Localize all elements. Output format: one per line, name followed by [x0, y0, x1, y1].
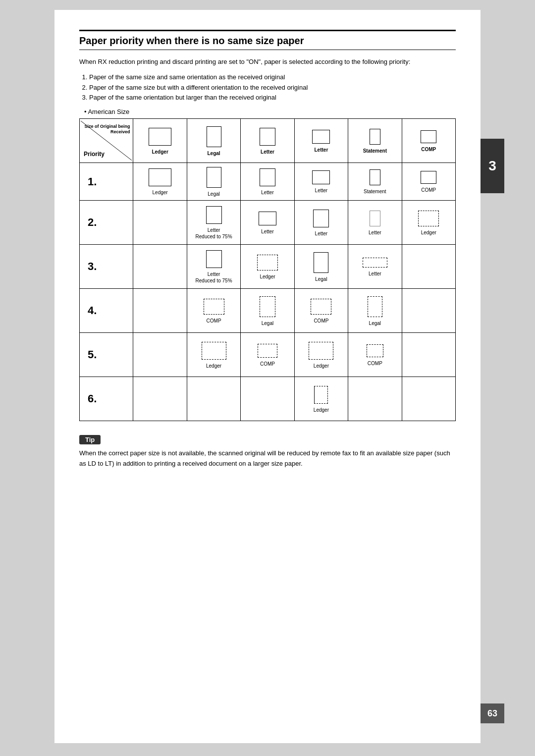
table-row-1: 1. Ledger Legal Letter [80, 163, 456, 201]
list-item-3: Paper of the same orientation but larger… [89, 93, 456, 103]
cell-2-letter2: Letter [294, 201, 348, 245]
cell-2-statement: Letter [348, 201, 402, 245]
cell-5-legal: Ledger [187, 333, 240, 377]
diag-bottom-label: Priority [84, 151, 105, 158]
cell-1-comp: COMP [402, 163, 455, 201]
cell-1-statement: Statement [348, 163, 402, 201]
cell-2-letter1: Letter [241, 201, 294, 245]
page-number: 63 [481, 703, 504, 723]
cell-6-statement [348, 377, 402, 421]
cell-1-letter2: Letter [294, 163, 348, 201]
priority-5: 5. [80, 333, 133, 377]
col-header-statement: Statement [348, 119, 402, 163]
table-row-3: 3. LetterReduced to 75% Ledger [80, 245, 456, 289]
diag-top-label: Size of Original being Received [81, 124, 130, 135]
priority-4: 4. [80, 289, 133, 333]
cell-1-ledger: Ledger [133, 163, 187, 201]
cell-3-comp [402, 245, 455, 289]
cell-1-letter1: Letter [241, 163, 294, 201]
bullet-american-size: • American Size [84, 108, 456, 115]
page: 3 63 Paper priority when there is no sam… [54, 10, 481, 743]
col-header-comp: COMP [402, 119, 455, 163]
cell-2-ledger [133, 201, 187, 245]
cell-5-statement: COMP [348, 333, 402, 377]
col-header-letter2: Letter [294, 119, 348, 163]
cell-6-letter2: Ledger [294, 377, 348, 421]
cell-3-legal: LetterReduced to 75% [187, 245, 240, 289]
cell-4-statement: Legal [348, 289, 402, 333]
col-header-letter1: Letter [241, 119, 294, 163]
table-row-5: 5. Ledger COMP [80, 333, 456, 377]
cell-2-comp: Ledger [402, 201, 455, 245]
tip-section: Tip When the correct paper size is not a… [79, 435, 456, 469]
cell-2-legal: LetterReduced to 75% [187, 201, 240, 245]
priority-1: 1. [80, 163, 133, 201]
cell-1-legal: Legal [187, 163, 240, 201]
cell-4-comp [402, 289, 455, 333]
cell-3-statement: Letter [348, 245, 402, 289]
section-title: Paper priority when there is no same siz… [79, 35, 456, 50]
table-row-2: 2. LetterReduced to 75% Letter [80, 201, 456, 245]
top-rule [79, 30, 456, 31]
diagonal-header-cell: Size of Original being Received Priority [80, 119, 133, 163]
col-header-ledger: Ledger [133, 119, 187, 163]
cell-5-comp [402, 333, 455, 377]
cell-5-letter1: COMP [241, 333, 294, 377]
table-row-4: 4. COMP Legal [80, 289, 456, 333]
priority-6: 6. [80, 377, 133, 421]
list-item-2: Paper of the same size but with a differ… [89, 83, 456, 93]
priority-3: 3. [80, 245, 133, 289]
tip-badge: Tip [79, 435, 101, 444]
cell-6-legal [187, 377, 240, 421]
cell-5-ledger [133, 333, 187, 377]
intro-text: When RX reduction printing and discard p… [79, 57, 456, 67]
cell-3-letter1: Ledger [241, 245, 294, 289]
list-item-1: Paper of the same size and same orientat… [89, 72, 456, 83]
cell-3-letter2: Legal [294, 245, 348, 289]
table-row-6: 6. Ledger [80, 377, 456, 421]
cell-3-ledger [133, 245, 187, 289]
tip-text: When the correct paper size is not avail… [79, 448, 456, 469]
cell-4-letter2: COMP [294, 289, 348, 333]
priority-2: 2. [80, 201, 133, 245]
cell-4-legal: COMP [187, 289, 240, 333]
cell-6-comp [402, 377, 455, 421]
cell-6-ledger [133, 377, 187, 421]
tab-number: 3 [481, 139, 504, 193]
cell-4-letter1: Legal [241, 289, 294, 333]
cell-4-ledger [133, 289, 187, 333]
cell-6-letter1 [241, 377, 294, 421]
cell-5-letter2: Ledger [294, 333, 348, 377]
col-header-legal: Legal [187, 119, 240, 163]
paper-priority-table: Size of Original being Received Priority… [79, 118, 456, 421]
priority-list: Paper of the same size and same orientat… [79, 72, 456, 103]
